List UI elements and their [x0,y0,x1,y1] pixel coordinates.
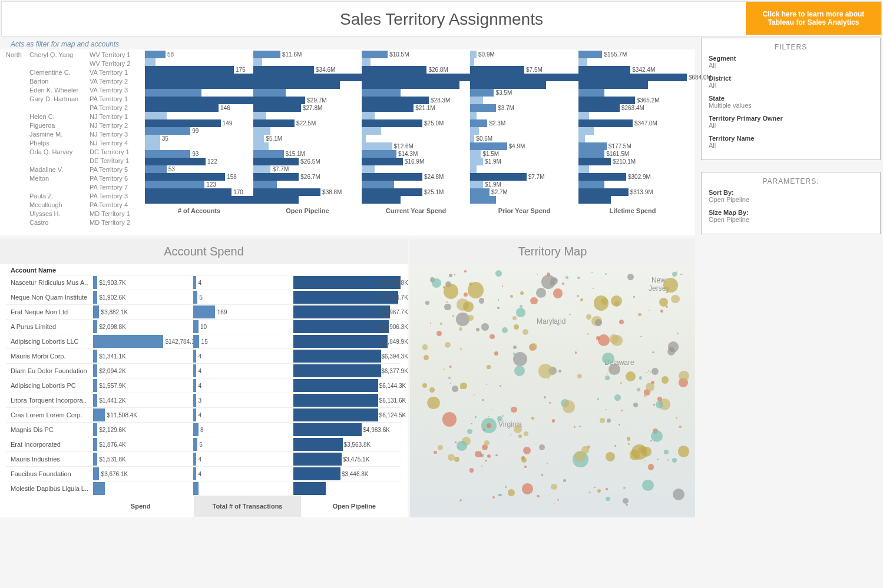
trans-bar[interactable]: 4 [193,348,293,363]
map-dot[interactable] [486,384,487,385]
trans-bar[interactable]: 5 [193,290,293,304]
metric-bar[interactable] [253,81,362,89]
map-dot[interactable] [464,293,468,297]
map-dot[interactable] [586,314,591,319]
owner-cell[interactable]: Mccullough [29,201,90,210]
map-dot[interactable] [637,388,640,391]
map-dot[interactable] [524,466,527,468]
map-dot[interactable] [463,301,473,311]
map-dot[interactable] [594,487,596,489]
territory-cell[interactable]: DE Territory 1 [90,157,145,165]
metric-bar[interactable]: $22.5M [253,119,362,127]
metric-bar[interactable]: 53 [145,165,253,173]
metric-bar[interactable] [362,81,470,89]
metric-bar[interactable]: $10.5M [362,51,470,58]
region-cell[interactable] [6,210,29,218]
map-dot[interactable] [514,425,522,433]
region-cell[interactable] [6,157,29,165]
map-dot[interactable] [487,423,491,428]
owner-cell[interactable]: Clementine C. [29,68,90,77]
map-dot[interactable] [438,445,443,450]
map-dot[interactable] [468,315,473,320]
pipe-bar[interactable]: $3,563.8K [293,437,401,451]
map-dot[interactable] [511,407,517,413]
filter-item[interactable]: Territory NameAll [709,135,873,149]
owner-cell[interactable] [29,183,90,192]
map-dot[interactable] [458,447,459,449]
map-dot[interactable] [459,499,462,501]
territory-cell[interactable]: VA Territory 1 [90,68,145,77]
territory-cell[interactable]: VA Territory 3 [90,86,145,95]
metric-bar[interactable] [578,127,687,135]
owner-cell[interactable]: Orla Q. Harvey [29,148,90,157]
map-dot[interactable] [434,451,436,454]
map-dot[interactable] [497,416,502,421]
metric-bar[interactable]: $1.9M [470,181,578,188]
owner-cell[interactable] [29,59,90,68]
metric-bar[interactable] [578,135,687,142]
owner-cell[interactable]: Phelps [29,139,90,148]
metric-bar[interactable]: $365.2M [578,97,687,104]
metric-bar[interactable]: $210.1M [578,158,687,165]
map-dot[interactable] [642,480,653,491]
map-dot[interactable] [548,378,549,379]
pipe-bar[interactable]: $6,131.6K [293,393,401,407]
spend-bar[interactable]: $1,441.2K [93,393,193,407]
map-dot[interactable] [606,488,607,490]
map-dot[interactable] [580,298,583,301]
account-table[interactable]: Nascetur Ridiculus Mus A..Neque Non Quam… [0,275,408,496]
map-dot[interactable] [657,459,659,460]
map-dot[interactable] [444,284,459,299]
map-dot[interactable] [619,320,624,325]
map-dot[interactable] [460,348,462,350]
map-dot[interactable] [662,376,669,384]
account-name-cell[interactable]: Molestie Dapibus Ligula L.. [6,481,93,496]
map-dot[interactable] [539,444,545,451]
map-dot[interactable] [502,415,504,417]
territory-cell[interactable]: WV Territory 2 [90,59,145,68]
map-dot[interactable] [638,313,641,317]
map-dot[interactable] [577,295,578,297]
filter-item[interactable]: SegmentAll [709,55,873,69]
metric-bar[interactable] [253,142,362,150]
map-dot[interactable] [557,499,559,501]
owner-cell[interactable]: Eden K. Wheeler [29,86,90,95]
map-dot[interactable] [440,323,442,325]
map-dot[interactable] [633,403,639,408]
map-dot[interactable] [679,426,682,428]
metric-bar[interactable] [145,112,253,119]
region-cell[interactable] [6,130,29,139]
map-dot[interactable] [429,387,435,393]
spend-bar[interactable]: $3,882.1K [93,304,193,319]
map-dot[interactable] [551,484,557,490]
pipe-bar[interactable]: $6,849.9K [293,334,401,348]
account-name-cell[interactable]: Erat Neque Non Ltd [6,304,93,319]
metric-bar[interactable] [362,196,470,204]
map-dot[interactable] [619,424,620,426]
map-dot[interactable] [591,272,593,273]
metric-bar[interactable]: $25.1M [362,188,470,196]
map-dot[interactable] [628,443,630,445]
metric-bar[interactable]: 123 [145,181,253,188]
map-dot[interactable] [502,285,504,287]
map-dot[interactable] [607,373,608,374]
map-dot[interactable] [614,394,621,401]
map-dot[interactable] [552,419,555,423]
metric-bar[interactable]: $155.7M [578,51,687,58]
spend-bar[interactable]: $1,531.8K [93,451,193,466]
map-dot[interactable] [623,498,629,504]
region-cell[interactable] [6,95,29,104]
metric-bar[interactable]: $26.5M [253,158,362,165]
metric-bar[interactable] [253,89,362,97]
trans-bar[interactable]: 10 [193,319,293,334]
map-dot[interactable] [444,368,445,370]
account-name-cell[interactable]: Mauris Morbi Corp. [6,348,93,363]
region-cell[interactable] [6,104,29,112]
metric-bar[interactable]: $16.9M [362,158,470,165]
metric-bar[interactable] [578,112,687,119]
metric-bar[interactable] [145,81,253,89]
metric-bar[interactable] [362,89,470,97]
region-cell[interactable] [6,86,29,95]
account-name-cell[interactable]: Faucibus Foundation [6,466,93,481]
filter-item[interactable]: DistrictAll [709,75,873,89]
